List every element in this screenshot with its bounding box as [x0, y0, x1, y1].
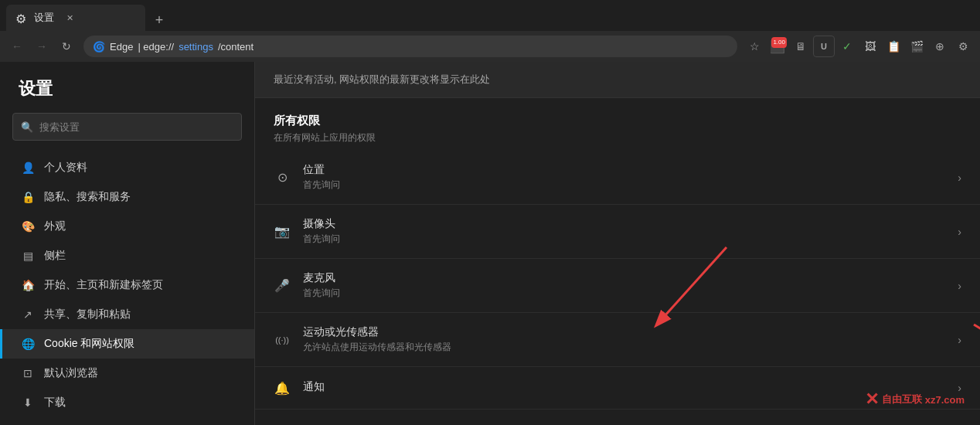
cookies-icon: 🌐	[21, 337, 35, 351]
perm-name: 运动或光传感器	[303, 325, 958, 339]
search-input[interactable]	[39, 121, 233, 133]
chevron-right-icon: ›	[958, 280, 961, 292]
sidebar-item-appearance[interactable]: 🎨 外观	[0, 212, 254, 241]
sidebar-item-label: 下载	[44, 396, 66, 410]
content-area: 最近没有活动, 网站权限的最新更改将显示在此处 所有权限 在所有网站上应用的权限…	[255, 62, 980, 425]
perm-desc: 首先询问	[303, 178, 958, 192]
tab-title: 设置	[34, 11, 54, 25]
notice-bar: 最近没有活动, 网站权限的最新更改将显示在此处	[255, 62, 980, 98]
shield-icon[interactable]: ✓	[836, 36, 858, 57]
sidebar-item-label: 默认浏览器	[44, 366, 98, 380]
nav-bar: ← → ↻ 🌀 Edge | edge:// settings /content…	[0, 31, 980, 62]
sidebar-item-cookies[interactable]: 🌐 Cookie 和网站权限	[0, 329, 254, 359]
sidebar-item-label: 外观	[44, 219, 66, 233]
download-icon: ⬇	[21, 396, 35, 410]
tab-close-button[interactable]: ✕	[63, 12, 76, 24]
perm-name: 通知	[303, 380, 958, 394]
extensions-icon[interactable]: ⊕	[929, 36, 951, 57]
perm-content-notification: 通知	[303, 380, 958, 396]
sidebar-item-label: 侧栏	[44, 249, 66, 263]
sidebar-item-family[interactable]: 👥 家庭安全	[0, 417, 254, 425]
sidebar: 设置 🔍 👤 个人资料 🔒 隐私、搜索和服务 🎨 外观 ▤ 侧栏 🏠 开始、主页…	[0, 62, 255, 425]
browser-chrome: ⚙ 设置 ✕ + ← → ↻ 🌀 Edge | edge:// settings…	[0, 0, 980, 62]
star-icon[interactable]: ☆	[744, 36, 765, 57]
screencapture-icon[interactable]: 🖥	[790, 36, 812, 57]
tab-favicon: ⚙	[15, 12, 28, 24]
permission-item-microphone[interactable]: 🎤 麦克风 首先询问 ›	[255, 259, 980, 313]
back-button[interactable]: ←	[6, 36, 28, 57]
motion-icon: ((·))	[274, 332, 291, 348]
new-tab-button[interactable]: +	[148, 9, 170, 31]
watermark-x-symbol: ✕	[865, 389, 879, 410]
watermark-text: 自由互联	[882, 393, 922, 406]
collections-icon[interactable]: ⬛ 1.00	[767, 36, 788, 57]
default-browser-icon: ⊡	[21, 366, 35, 380]
address-bar[interactable]: 🌀 Edge | edge:// settings /content	[83, 36, 737, 57]
media-icon[interactable]: 🎬	[906, 36, 927, 57]
permission-item-motion[interactable]: ((·)) 运动或光传感器 允许站点使用运动传感器和光传感器 ›	[255, 313, 980, 367]
sidebar-item-profile[interactable]: 👤 个人资料	[0, 153, 254, 182]
perm-name: 摄像头	[303, 217, 958, 231]
perm-content-microphone: 麦克风 首先询问	[303, 271, 958, 300]
edge-brand-icon: 🌀	[93, 41, 105, 53]
perm-desc: 允许站点使用运动传感器和光传感器	[303, 341, 958, 354]
appearance-icon: 🎨	[21, 219, 35, 233]
sidebar-item-label: 个人资料	[44, 161, 87, 175]
watermark-url: xz7.com	[925, 394, 965, 406]
image-icon[interactable]: 🖼	[859, 36, 881, 57]
active-tab[interactable]: ⚙ 设置 ✕	[6, 5, 145, 31]
perm-name: 位置	[303, 163, 958, 177]
refresh-button[interactable]: ↻	[56, 36, 77, 57]
tab-bar: ⚙ 设置 ✕ +	[0, 0, 980, 31]
sidebar-item-default-browser[interactable]: ⊡ 默认浏览器	[0, 359, 254, 388]
sidebar-item-privacy[interactable]: 🔒 隐私、搜索和服务	[0, 182, 254, 212]
microphone-icon: 🎤	[274, 277, 291, 294]
sidebar-item-label: 隐私、搜索和服务	[44, 190, 131, 204]
chevron-right-icon: ›	[958, 334, 961, 346]
sidebar-item-share[interactable]: ↗ 共享、复制和粘贴	[0, 300, 254, 329]
profile-icon: 👤	[21, 161, 35, 175]
address-separator: | edge://	[138, 41, 174, 53]
perm-content-camera: 摄像头 首先询问	[303, 217, 958, 246]
share-icon: ↗	[21, 308, 35, 321]
sidebar-item-downloads[interactable]: ⬇ 下载	[0, 388, 254, 417]
sidebar-icon: ▤	[21, 249, 35, 263]
lock-icon: 🔒	[21, 190, 35, 204]
sidebar-item-newtab[interactable]: 🏠 开始、主页和新建标签页	[0, 270, 254, 300]
search-box[interactable]: 🔍	[12, 113, 242, 141]
main-layout: 设置 🔍 👤 个人资料 🔒 隐私、搜索和服务 🎨 外观 ▤ 侧栏 🏠 开始、主页…	[0, 62, 980, 425]
address-highlight: settings	[179, 41, 213, 53]
notice-text: 最近没有活动, 网站权限的最新更改将显示在此处	[274, 73, 490, 85]
perm-desc: 首先询问	[303, 233, 958, 246]
search-icon: 🔍	[21, 121, 33, 133]
home-icon: 🏠	[21, 278, 35, 292]
sidebar-item-label: 共享、复制和粘贴	[44, 308, 131, 321]
address-brand-text: Edge	[110, 41, 133, 53]
settings-icon[interactable]: ⚙	[952, 36, 974, 57]
ublock-icon[interactable]: U	[813, 36, 835, 57]
permission-item-location[interactable]: ⊙ 位置 首先询问 ›	[255, 151, 980, 205]
sidebar-item-sidebar[interactable]: ▤ 侧栏	[0, 241, 254, 270]
notification-icon: 🔔	[274, 379, 291, 396]
perm-desc: 首先询问	[303, 287, 958, 300]
permission-item-camera[interactable]: 📷 摄像头 首先询问 ›	[255, 205, 980, 259]
section-title: 所有权限	[274, 114, 961, 128]
permissions-section: 所有权限 在所有网站上应用的权限	[255, 98, 980, 144]
toolbar-icons: ☆ ⬛ 1.00 🖥 U ✓ 🖼 📋 🎬 ⊕ ⚙	[744, 36, 974, 57]
location-icon: ⊙	[274, 169, 291, 186]
perm-content-location: 位置 首先询问	[303, 163, 958, 192]
perm-name: 麦克风	[303, 271, 958, 285]
sidebar-item-label: 开始、主页和新建标签页	[44, 278, 163, 292]
sidebar-title: 设置	[0, 77, 254, 113]
section-subtitle: 在所有网站上应用的权限	[274, 131, 961, 144]
clipboard-icon[interactable]: 📋	[883, 36, 904, 57]
sidebar-item-label: Cookie 和网站权限	[44, 337, 134, 351]
camera-icon: 📷	[274, 223, 291, 240]
badge: 1.00	[771, 37, 787, 48]
watermark: ✕ 自由互联 xz7.com	[865, 389, 965, 410]
forward-button[interactable]: →	[31, 36, 53, 57]
chevron-right-icon: ›	[958, 172, 961, 184]
perm-content-motion: 运动或光传感器 允许站点使用运动传感器和光传感器	[303, 325, 958, 354]
address-suffix: /content	[218, 41, 254, 53]
chevron-right-icon: ›	[958, 226, 961, 238]
